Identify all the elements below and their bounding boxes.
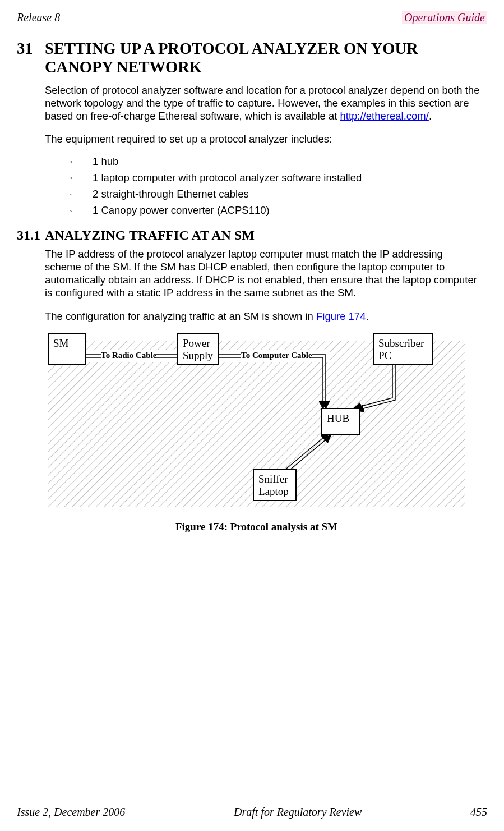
list-item: ◦2 straight-through Ethernet cables xyxy=(70,188,487,200)
figure-reference: Figure 174 xyxy=(316,310,366,322)
equipment-list: ◦1 hub ◦1 laptop computer with protocol … xyxy=(70,155,487,217)
list-item: ◦1 hub xyxy=(70,155,487,168)
list-item: ◦1 laptop computer with protocol analyze… xyxy=(70,172,487,184)
paragraph-3: The IP address of the protocol analyzer … xyxy=(45,247,482,300)
h2-number: 31.1 xyxy=(17,228,45,243)
bullet-icon: ◦ xyxy=(70,172,93,184)
page-header: Release 8 Operations Guide xyxy=(17,11,487,24)
footer-right: 455 xyxy=(470,806,487,819)
sniffer-laptop-box: Sniffer Laptop xyxy=(253,469,297,501)
sm-box: SM xyxy=(48,333,86,365)
list-text: 2 straight-through Ethernet cables xyxy=(93,188,249,200)
h1-title: SETTING UP A PROTOCOL ANALYZER ON YOUR C… xyxy=(45,40,487,77)
list-text: 1 Canopy power converter (ACPS110) xyxy=(93,204,270,217)
p1-text-b: . xyxy=(429,110,432,122)
ethereal-link[interactable]: http://ethereal.com/ xyxy=(340,110,429,122)
diagram: SM To Radio Cable Power Supply To Comput… xyxy=(48,333,465,515)
page-footer: Issue 2, December 2006 Draft for Regulat… xyxy=(17,806,487,819)
bullet-icon: ◦ xyxy=(70,188,93,200)
header-left: Release 8 xyxy=(17,11,60,24)
list-text: 1 laptop computer with protocol analyzer… xyxy=(93,172,362,184)
p4-text-b: . xyxy=(366,310,368,322)
p4-text-a: The configuration for analyzing traffic … xyxy=(45,310,316,322)
subscriber-pc-box: Subscriber PC xyxy=(373,333,433,365)
paragraph-2: The equipment required to set up a proto… xyxy=(45,132,482,145)
h2-title: ANALYZING TRAFFIC AT AN SM xyxy=(45,228,255,243)
list-item: ◦1 Canopy power converter (ACPS110) xyxy=(70,204,487,217)
h1-number: 31 xyxy=(17,40,45,77)
radio-cable-label: To Radio Cable xyxy=(101,351,156,360)
heading-2: 31.1 ANALYZING TRAFFIC AT AN SM xyxy=(17,228,487,243)
computer-cable-label: To Computer Cable xyxy=(241,351,312,360)
figure-caption: Figure 174: Protocol analysis at SM xyxy=(48,521,465,533)
paragraph-1: Selection of protocol analyzer software … xyxy=(45,84,482,122)
footer-left: Issue 2, December 2006 xyxy=(17,806,125,819)
hub-box: HUB xyxy=(321,408,360,435)
bullet-icon: ◦ xyxy=(70,204,93,217)
footer-center: Draft for Regulatory Review xyxy=(234,806,362,819)
paragraph-4: The configuration for analyzing traffic … xyxy=(45,310,482,323)
bullet-icon: ◦ xyxy=(70,155,93,168)
header-right: Operations Guide xyxy=(402,11,487,24)
figure-174: SM To Radio Cable Power Supply To Comput… xyxy=(48,333,465,533)
list-text: 1 hub xyxy=(93,155,118,168)
power-supply-box: Power Supply xyxy=(177,333,219,365)
heading-1: 31 SETTING UP A PROTOCOL ANALYZER ON YOU… xyxy=(17,40,487,77)
